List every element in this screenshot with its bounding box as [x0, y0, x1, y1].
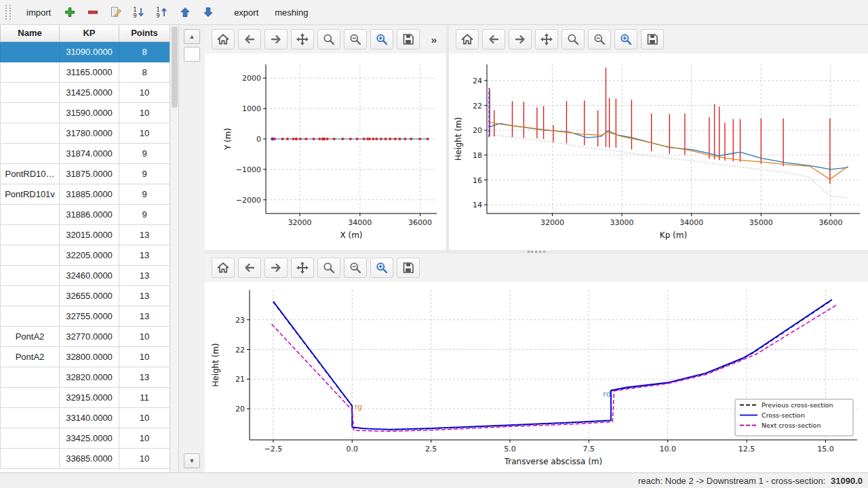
table-row[interactable]: PontRD101v31885.00009	[1, 184, 170, 204]
import-button[interactable]: import	[19, 4, 58, 21]
cell-kp[interactable]: 33140.0000	[60, 407, 119, 428]
move-up-button[interactable]	[175, 3, 195, 22]
cell-name[interactable]: PontA2	[1, 326, 60, 346]
table-row[interactable]: PontA232770.000010	[1, 326, 170, 346]
cell-name[interactable]	[1, 204, 60, 224]
export-button[interactable]: export	[226, 4, 266, 21]
table-row[interactable]: 32015.000013	[1, 224, 170, 245]
save-button[interactable]	[641, 29, 664, 49]
back-button[interactable]	[238, 29, 261, 49]
zoom-out-button[interactable]	[588, 29, 611, 49]
cell-kp[interactable]: 32915.0000	[60, 387, 119, 407]
zoom-in-button[interactable]	[614, 29, 637, 49]
cell-kp[interactable]: 32655.0000	[60, 285, 119, 306]
panel-scrollbar-thumb[interactable]	[184, 47, 200, 62]
cell-name[interactable]: PontA2	[1, 346, 60, 367]
cell-kp[interactable]: 32755.0000	[60, 306, 119, 326]
toolbar-grip[interactable]	[5, 5, 11, 20]
cell-points[interactable]: 13	[119, 306, 170, 326]
cell-name[interactable]	[1, 428, 60, 448]
forward-button[interactable]	[264, 29, 288, 49]
column-header-points[interactable]: Points	[119, 25, 170, 41]
table-row[interactable]: 32915.000011	[1, 387, 170, 407]
table-row[interactable]: PontRD10…31875.00009	[1, 163, 170, 184]
table-row[interactable]: 31425.000010	[1, 82, 170, 102]
pan-button[interactable]	[291, 258, 314, 278]
table-row[interactable]: 32205.000013	[1, 245, 170, 265]
cell-points[interactable]: 8	[119, 41, 170, 62]
table-row[interactable]: 31874.00009	[1, 143, 170, 163]
cell-points[interactable]: 9	[119, 204, 170, 224]
cell-kp[interactable]: 32800.0000	[60, 346, 119, 367]
cell-name[interactable]	[1, 224, 60, 245]
zoom-in-button[interactable]	[370, 258, 393, 278]
plan-view-plot[interactable]: 320003400036000−2000−1000010002000X (m)Y…	[205, 54, 446, 250]
cell-points[interactable]: 13	[119, 285, 170, 306]
forward-button[interactable]	[509, 29, 532, 49]
cell-points[interactable]: 10	[119, 102, 170, 123]
cell-name[interactable]	[1, 367, 60, 387]
toolbar-overflow-button[interactable]: »	[429, 34, 439, 45]
cell-points[interactable]: 8	[119, 62, 170, 82]
cell-points[interactable]: 10	[119, 346, 170, 367]
save-button[interactable]	[397, 29, 420, 49]
table-row[interactable]: 33685.000010	[1, 448, 170, 468]
table-row[interactable]: 31165.00008	[1, 62, 170, 82]
zoom-button[interactable]	[317, 29, 340, 49]
table-scrollbar[interactable]	[170, 25, 179, 472]
cell-name[interactable]	[1, 62, 60, 82]
cross-section-plot[interactable]: −2.50.02.55.07.510.012.515.020212223Tran…	[205, 282, 868, 474]
cell-points[interactable]: 10	[119, 407, 170, 428]
panel-scrollbar[interactable]: ▲ ▼	[179, 25, 205, 472]
table-row[interactable]: PontA232800.000010	[1, 346, 170, 367]
cell-points[interactable]: 13	[119, 265, 170, 285]
cell-kp[interactable]: 32460.0000	[60, 265, 119, 285]
table-row[interactable]: 32820.000013	[1, 367, 170, 387]
splitter-handle[interactable]	[528, 251, 545, 253]
table-scrollbar-thumb[interactable]	[172, 26, 178, 108]
cell-kp[interactable]: 32015.0000	[60, 224, 119, 245]
cell-name[interactable]	[1, 41, 60, 62]
move-down-button[interactable]	[198, 3, 218, 22]
home-button[interactable]	[212, 29, 235, 49]
zoom-out-button[interactable]	[344, 29, 367, 49]
table-row[interactable]: 33140.000010	[1, 407, 170, 428]
table-row[interactable]: 31590.000010	[1, 102, 170, 123]
cell-kp[interactable]: 31090.0000	[60, 41, 119, 62]
cell-name[interactable]	[1, 265, 60, 285]
longitudinal-profile-plot[interactable]: 3200033000340003500036000141618202224Kp …	[449, 54, 868, 250]
cell-kp[interactable]: 31590.0000	[60, 102, 119, 123]
cell-kp[interactable]: 31886.0000	[60, 204, 119, 224]
cell-kp[interactable]: 31780.0000	[60, 123, 119, 143]
cell-name[interactable]	[1, 143, 60, 163]
back-button[interactable]	[238, 258, 261, 278]
cell-points[interactable]: 10	[119, 82, 170, 102]
add-button[interactable]	[60, 3, 80, 22]
cell-kp[interactable]: 31885.0000	[60, 184, 119, 204]
zoom-button[interactable]	[561, 29, 585, 49]
cell-name[interactable]	[1, 102, 60, 123]
table-row[interactable]: 33425.000010	[1, 428, 170, 448]
back-button[interactable]	[482, 29, 505, 49]
cell-name[interactable]	[1, 387, 60, 407]
forward-button[interactable]	[264, 258, 288, 278]
cell-points[interactable]: 9	[119, 184, 170, 204]
cell-name[interactable]	[1, 407, 60, 428]
sort-ascending-button[interactable]: 19	[129, 3, 149, 22]
cell-kp[interactable]: 31874.0000	[60, 143, 119, 163]
table-row[interactable]: 32655.000013	[1, 285, 170, 306]
cell-name[interactable]	[1, 123, 60, 143]
cell-name[interactable]: PontRD10…	[1, 163, 60, 184]
cell-kp[interactable]: 32770.0000	[60, 326, 119, 346]
cell-points[interactable]: 9	[119, 163, 170, 184]
cell-name[interactable]	[1, 82, 60, 102]
cell-kp[interactable]: 32205.0000	[60, 245, 119, 265]
cell-points[interactable]: 10	[119, 428, 170, 448]
cell-name[interactable]	[1, 306, 60, 326]
column-header-kp[interactable]: KP	[60, 25, 119, 41]
table-row[interactable]: 32755.000013	[1, 306, 170, 326]
table-row[interactable]: 32460.000013	[1, 265, 170, 285]
scroll-up-button[interactable]: ▲	[184, 29, 200, 44]
cell-points[interactable]: 13	[119, 367, 170, 387]
cell-kp[interactable]: 31425.0000	[60, 82, 119, 102]
